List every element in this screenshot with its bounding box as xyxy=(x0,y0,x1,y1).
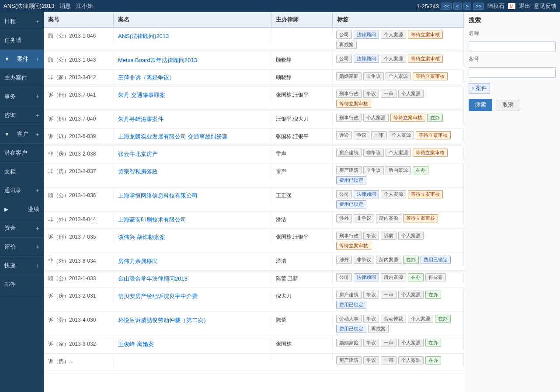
tag[interactable]: 非争议 xyxy=(363,149,384,157)
sidebar-item-contacts[interactable]: 通讯录 + xyxy=(0,181,44,200)
tag[interactable]: 房产建筑 xyxy=(336,149,362,157)
case-name-cell[interactable]: 上海掌恒网络信息科技有限公司 xyxy=(114,187,271,202)
tag[interactable]: 一审 xyxy=(381,291,397,299)
tag[interactable]: 非争议 xyxy=(363,166,384,174)
tag[interactable]: 所内案源 xyxy=(381,273,406,281)
tag[interactable]: 在办 xyxy=(425,291,441,299)
tag[interactable]: 法律顾问 xyxy=(354,55,379,63)
tag[interactable]: 一审 xyxy=(381,356,397,364)
tag[interactable]: 涉外 xyxy=(336,214,352,222)
tag[interactable]: 再成案 xyxy=(336,41,357,49)
tag[interactable]: 等待立案审核 xyxy=(336,242,371,250)
sidebar-item-potential-clients[interactable]: 潜在客户 xyxy=(0,144,44,163)
pagination-next[interactable]: > xyxy=(463,3,471,10)
case-name-cell[interactable]: 朱丹寻衅滋事案件 xyxy=(114,111,271,126)
tag[interactable]: 个人案源 xyxy=(381,55,406,63)
tag[interactable]: 一审 xyxy=(381,90,397,98)
tag[interactable]: 公司 xyxy=(336,273,352,281)
sidebar-item-cases[interactable]: ▼ 案件 + xyxy=(0,50,44,69)
tag[interactable]: 劳动人事 xyxy=(336,315,362,323)
tag[interactable]: 等待立案审核 xyxy=(408,55,443,63)
tag[interactable]: 争议 xyxy=(363,315,379,323)
case-name-cell[interactable] xyxy=(114,354,271,361)
sidebar-item-mail[interactable]: 邮件 xyxy=(0,275,44,294)
tag[interactable]: 房产建筑 xyxy=(336,291,362,299)
tag[interactable]: 所内案源 xyxy=(386,166,411,174)
tag[interactable]: 个人案源 xyxy=(398,291,424,299)
tag[interactable]: 争议 xyxy=(363,90,379,98)
pagination-prev[interactable]: < xyxy=(453,3,461,10)
tag[interactable]: 法律顾问 xyxy=(354,31,379,39)
tag[interactable]: 非争议 xyxy=(354,214,374,222)
case-name-cell[interactable]: 朴悦应诉威喆俊劳动仲裁（第二次） xyxy=(114,312,271,327)
tag[interactable]: 费用已锁定 xyxy=(336,325,366,333)
tag[interactable]: 公司 xyxy=(336,31,352,39)
tag[interactable]: 刑事行政 xyxy=(336,114,362,122)
tag[interactable]: 公司 xyxy=(336,190,352,198)
tag[interactable]: 等待立案审核 xyxy=(416,131,451,139)
tag[interactable]: 法律顾问 xyxy=(354,273,379,281)
tag[interactable]: 婚姻家庭 xyxy=(336,72,362,80)
tag[interactable]: 刑事行政 xyxy=(336,90,362,98)
tag[interactable]: 个人案源 xyxy=(389,131,414,139)
tag[interactable]: 个人案源 xyxy=(398,356,424,364)
tag[interactable]: 个人案源 xyxy=(363,114,389,122)
tag[interactable]: 房产建筑 xyxy=(336,356,362,364)
logout-button[interactable]: 退出 xyxy=(519,2,530,10)
sidebar-item-performance[interactable]: ▶ 业绩 xyxy=(0,200,44,219)
search-button[interactable]: 搜索 xyxy=(469,99,492,111)
sidebar-item-schedule[interactable]: 日程 + xyxy=(0,12,44,31)
tag[interactable]: 费用已锁定 xyxy=(336,301,366,309)
case-name-cell[interactable]: 谈伟兴 敲诈勒索案 xyxy=(114,229,271,244)
search-caseno-input[interactable] xyxy=(469,67,556,78)
cancel-button[interactable]: 取消 xyxy=(496,99,520,111)
tag[interactable]: 在办 xyxy=(425,356,441,364)
tag[interactable]: 涉外 xyxy=(336,256,352,264)
sidebar-item-affairs[interactable]: 事务 + xyxy=(0,87,44,106)
tag[interactable]: 等待立案审核 xyxy=(390,114,425,122)
sidebar-item-docs[interactable]: 文档 xyxy=(0,163,44,181)
tag[interactable]: 个人案源 xyxy=(398,339,424,347)
tag[interactable]: 费用已锁定 xyxy=(336,200,366,208)
tag[interactable]: 刑事行政 xyxy=(336,232,362,240)
tag[interactable]: 在办 xyxy=(425,339,441,347)
case-name-cell[interactable]: Metsa Board常年法律顾问2013 xyxy=(114,52,271,67)
tag[interactable]: 等待立案审核 xyxy=(413,149,448,157)
tag[interactable]: 争议 xyxy=(363,356,379,364)
tag[interactable]: 个人案源 xyxy=(381,31,406,39)
tag[interactable]: 一审 xyxy=(381,339,397,347)
tag[interactable]: 等待立案审核 xyxy=(403,214,438,222)
sidebar-item-my-cases[interactable]: 主办案件 xyxy=(0,69,44,87)
case-name-cell[interactable]: 张云午北京房产 xyxy=(114,146,271,161)
tag[interactable]: 在办 xyxy=(427,114,443,122)
mail-icon[interactable]: M xyxy=(508,3,515,9)
tag[interactable]: 诉讼 xyxy=(336,131,352,139)
tag[interactable]: 在办 xyxy=(435,315,451,323)
case-name-cell[interactable]: 王俊峰 离婚案 xyxy=(114,336,271,351)
tag[interactable]: 非争议 xyxy=(363,72,384,80)
tag[interactable]: 费用已锁定 xyxy=(421,256,451,264)
case-name-cell[interactable]: ANS(法律顾问)2013 xyxy=(114,28,271,43)
tag[interactable]: 个人案源 xyxy=(386,149,411,157)
tag[interactable]: 争议 xyxy=(363,339,379,347)
case-name-cell[interactable]: 王萍非诉（离婚争议） xyxy=(114,69,271,84)
tag[interactable]: 个人案源 xyxy=(408,315,433,323)
tag[interactable]: 等待立案审核 xyxy=(408,31,443,39)
tag[interactable]: 公司 xyxy=(336,55,352,63)
tag[interactable]: 房产建筑 xyxy=(336,166,362,174)
case-name-cell[interactable]: 朱丹 交通肇事罪案 xyxy=(114,87,271,102)
tag[interactable]: 争议 xyxy=(363,232,379,240)
tag[interactable]: 法律顾问 xyxy=(354,190,379,198)
case-name-cell[interactable]: 上海龙麟实业发展有限公司 交通事故纠纷案 xyxy=(114,128,271,143)
sidebar-item-evaluation[interactable]: 评价 + xyxy=(0,238,44,257)
feedback-button[interactable]: 意见反馈 xyxy=(534,2,557,10)
tag[interactable]: 劳动仲裁 xyxy=(381,315,406,323)
tag[interactable]: 在办 xyxy=(413,166,428,174)
tag[interactable]: 非争议 xyxy=(354,256,374,264)
case-name-cell[interactable]: 房伟力亲属移民 xyxy=(114,253,271,268)
case-name-cell[interactable]: 金山联合常年法律顾问2013 xyxy=(114,271,271,285)
sidebar-item-taskwall[interactable]: 任务墙 xyxy=(0,31,44,50)
nav-messages[interactable]: 消息 xyxy=(59,2,71,10)
tag[interactable]: 诉前 xyxy=(381,232,397,240)
tag[interactable]: 个人案源 xyxy=(381,190,406,198)
